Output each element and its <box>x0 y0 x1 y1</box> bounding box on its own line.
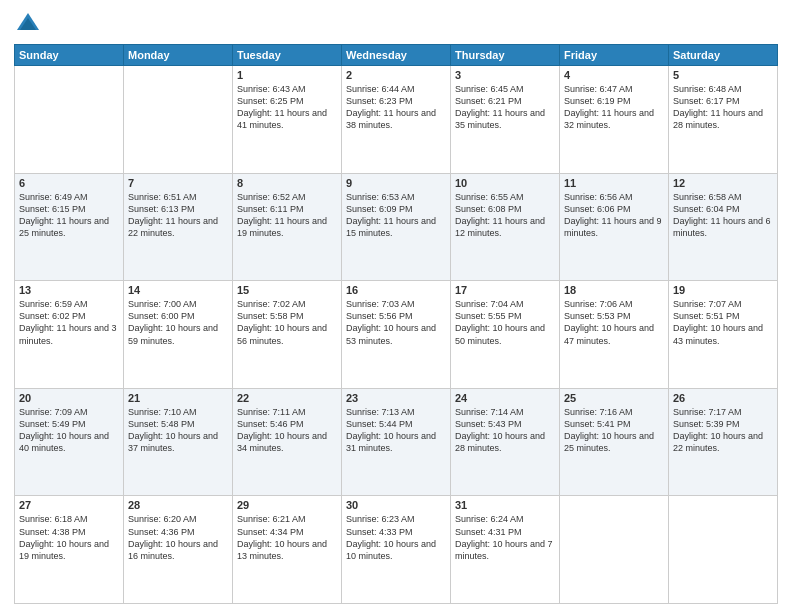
day-cell: 21Sunrise: 7:10 AM Sunset: 5:48 PM Dayli… <box>124 388 233 496</box>
day-cell: 11Sunrise: 6:56 AM Sunset: 6:06 PM Dayli… <box>560 173 669 281</box>
day-number: 18 <box>564 284 664 296</box>
week-row-1: 6Sunrise: 6:49 AM Sunset: 6:15 PM Daylig… <box>15 173 778 281</box>
day-info: Sunrise: 7:10 AM Sunset: 5:48 PM Dayligh… <box>128 406 228 455</box>
day-cell: 20Sunrise: 7:09 AM Sunset: 5:49 PM Dayli… <box>15 388 124 496</box>
day-cell: 10Sunrise: 6:55 AM Sunset: 6:08 PM Dayli… <box>451 173 560 281</box>
header-saturday: Saturday <box>669 45 778 66</box>
day-number: 1 <box>237 69 337 81</box>
day-number: 11 <box>564 177 664 189</box>
logo-icon <box>14 10 42 38</box>
day-number: 23 <box>346 392 446 404</box>
day-number: 15 <box>237 284 337 296</box>
day-info: Sunrise: 7:02 AM Sunset: 5:58 PM Dayligh… <box>237 298 337 347</box>
day-info: Sunrise: 7:17 AM Sunset: 5:39 PM Dayligh… <box>673 406 773 455</box>
day-number: 5 <box>673 69 773 81</box>
day-info: Sunrise: 6:59 AM Sunset: 6:02 PM Dayligh… <box>19 298 119 347</box>
header <box>14 10 778 38</box>
header-wednesday: Wednesday <box>342 45 451 66</box>
day-info: Sunrise: 6:23 AM Sunset: 4:33 PM Dayligh… <box>346 513 446 562</box>
day-cell: 31Sunrise: 6:24 AM Sunset: 4:31 PM Dayli… <box>451 496 560 604</box>
day-info: Sunrise: 6:49 AM Sunset: 6:15 PM Dayligh… <box>19 191 119 240</box>
day-info: Sunrise: 6:52 AM Sunset: 6:11 PM Dayligh… <box>237 191 337 240</box>
page: SundayMondayTuesdayWednesdayThursdayFrid… <box>0 0 792 612</box>
day-cell: 26Sunrise: 7:17 AM Sunset: 5:39 PM Dayli… <box>669 388 778 496</box>
day-info: Sunrise: 7:03 AM Sunset: 5:56 PM Dayligh… <box>346 298 446 347</box>
day-cell: 17Sunrise: 7:04 AM Sunset: 5:55 PM Dayli… <box>451 281 560 389</box>
week-row-0: 1Sunrise: 6:43 AM Sunset: 6:25 PM Daylig… <box>15 66 778 174</box>
day-cell <box>124 66 233 174</box>
day-cell: 14Sunrise: 7:00 AM Sunset: 6:00 PM Dayli… <box>124 281 233 389</box>
day-info: Sunrise: 6:21 AM Sunset: 4:34 PM Dayligh… <box>237 513 337 562</box>
day-info: Sunrise: 7:16 AM Sunset: 5:41 PM Dayligh… <box>564 406 664 455</box>
week-row-2: 13Sunrise: 6:59 AM Sunset: 6:02 PM Dayli… <box>15 281 778 389</box>
day-number: 31 <box>455 499 555 511</box>
day-info: Sunrise: 6:20 AM Sunset: 4:36 PM Dayligh… <box>128 513 228 562</box>
day-info: Sunrise: 6:44 AM Sunset: 6:23 PM Dayligh… <box>346 83 446 132</box>
day-number: 9 <box>346 177 446 189</box>
day-number: 19 <box>673 284 773 296</box>
day-cell: 13Sunrise: 6:59 AM Sunset: 6:02 PM Dayli… <box>15 281 124 389</box>
day-cell: 6Sunrise: 6:49 AM Sunset: 6:15 PM Daylig… <box>15 173 124 281</box>
day-info: Sunrise: 6:53 AM Sunset: 6:09 PM Dayligh… <box>346 191 446 240</box>
day-info: Sunrise: 7:04 AM Sunset: 5:55 PM Dayligh… <box>455 298 555 347</box>
day-cell: 2Sunrise: 6:44 AM Sunset: 6:23 PM Daylig… <box>342 66 451 174</box>
day-number: 13 <box>19 284 119 296</box>
day-info: Sunrise: 6:18 AM Sunset: 4:38 PM Dayligh… <box>19 513 119 562</box>
day-number: 2 <box>346 69 446 81</box>
day-number: 16 <box>346 284 446 296</box>
day-number: 22 <box>237 392 337 404</box>
calendar-table: SundayMondayTuesdayWednesdayThursdayFrid… <box>14 44 778 604</box>
day-cell: 5Sunrise: 6:48 AM Sunset: 6:17 PM Daylig… <box>669 66 778 174</box>
logo <box>14 10 46 38</box>
day-info: Sunrise: 6:43 AM Sunset: 6:25 PM Dayligh… <box>237 83 337 132</box>
day-number: 24 <box>455 392 555 404</box>
header-thursday: Thursday <box>451 45 560 66</box>
day-info: Sunrise: 7:07 AM Sunset: 5:51 PM Dayligh… <box>673 298 773 347</box>
day-number: 7 <box>128 177 228 189</box>
day-cell: 23Sunrise: 7:13 AM Sunset: 5:44 PM Dayli… <box>342 388 451 496</box>
week-row-3: 20Sunrise: 7:09 AM Sunset: 5:49 PM Dayli… <box>15 388 778 496</box>
day-cell: 19Sunrise: 7:07 AM Sunset: 5:51 PM Dayli… <box>669 281 778 389</box>
day-info: Sunrise: 7:00 AM Sunset: 6:00 PM Dayligh… <box>128 298 228 347</box>
day-info: Sunrise: 7:09 AM Sunset: 5:49 PM Dayligh… <box>19 406 119 455</box>
day-cell: 30Sunrise: 6:23 AM Sunset: 4:33 PM Dayli… <box>342 496 451 604</box>
day-cell <box>15 66 124 174</box>
day-number: 8 <box>237 177 337 189</box>
day-info: Sunrise: 6:47 AM Sunset: 6:19 PM Dayligh… <box>564 83 664 132</box>
header-friday: Friday <box>560 45 669 66</box>
week-row-4: 27Sunrise: 6:18 AM Sunset: 4:38 PM Dayli… <box>15 496 778 604</box>
day-number: 25 <box>564 392 664 404</box>
day-cell: 28Sunrise: 6:20 AM Sunset: 4:36 PM Dayli… <box>124 496 233 604</box>
day-number: 20 <box>19 392 119 404</box>
calendar-body: 1Sunrise: 6:43 AM Sunset: 6:25 PM Daylig… <box>15 66 778 604</box>
day-cell: 12Sunrise: 6:58 AM Sunset: 6:04 PM Dayli… <box>669 173 778 281</box>
day-cell: 18Sunrise: 7:06 AM Sunset: 5:53 PM Dayli… <box>560 281 669 389</box>
day-cell: 29Sunrise: 6:21 AM Sunset: 4:34 PM Dayli… <box>233 496 342 604</box>
header-monday: Monday <box>124 45 233 66</box>
day-cell: 24Sunrise: 7:14 AM Sunset: 5:43 PM Dayli… <box>451 388 560 496</box>
day-info: Sunrise: 6:48 AM Sunset: 6:17 PM Dayligh… <box>673 83 773 132</box>
day-number: 6 <box>19 177 119 189</box>
day-info: Sunrise: 6:24 AM Sunset: 4:31 PM Dayligh… <box>455 513 555 562</box>
day-cell: 27Sunrise: 6:18 AM Sunset: 4:38 PM Dayli… <box>15 496 124 604</box>
day-info: Sunrise: 6:56 AM Sunset: 6:06 PM Dayligh… <box>564 191 664 240</box>
day-cell: 1Sunrise: 6:43 AM Sunset: 6:25 PM Daylig… <box>233 66 342 174</box>
header-sunday: Sunday <box>15 45 124 66</box>
day-info: Sunrise: 6:55 AM Sunset: 6:08 PM Dayligh… <box>455 191 555 240</box>
header-tuesday: Tuesday <box>233 45 342 66</box>
day-info: Sunrise: 7:14 AM Sunset: 5:43 PM Dayligh… <box>455 406 555 455</box>
day-cell: 3Sunrise: 6:45 AM Sunset: 6:21 PM Daylig… <box>451 66 560 174</box>
day-number: 21 <box>128 392 228 404</box>
day-number: 10 <box>455 177 555 189</box>
day-number: 29 <box>237 499 337 511</box>
day-cell: 7Sunrise: 6:51 AM Sunset: 6:13 PM Daylig… <box>124 173 233 281</box>
day-info: Sunrise: 7:11 AM Sunset: 5:46 PM Dayligh… <box>237 406 337 455</box>
day-cell: 25Sunrise: 7:16 AM Sunset: 5:41 PM Dayli… <box>560 388 669 496</box>
day-info: Sunrise: 7:13 AM Sunset: 5:44 PM Dayligh… <box>346 406 446 455</box>
day-number: 12 <box>673 177 773 189</box>
day-cell <box>560 496 669 604</box>
day-cell: 16Sunrise: 7:03 AM Sunset: 5:56 PM Dayli… <box>342 281 451 389</box>
day-number: 28 <box>128 499 228 511</box>
day-number: 3 <box>455 69 555 81</box>
day-number: 26 <box>673 392 773 404</box>
